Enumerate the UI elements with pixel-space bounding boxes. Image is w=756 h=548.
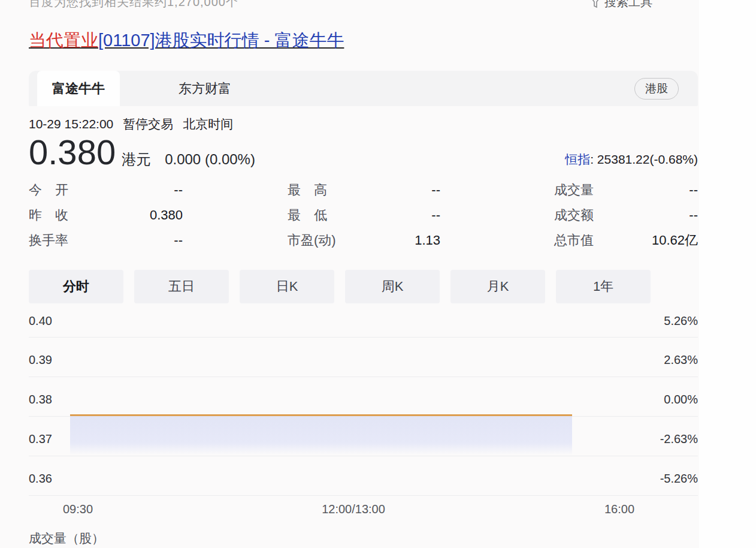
y-axis-price-tick: 0.37 (29, 432, 71, 446)
hang-seng-index-value: : 25381.22(-0.68%) (590, 152, 698, 166)
stat-label: 成交量 (554, 177, 594, 203)
quote-status: 暂停交易 (123, 117, 173, 131)
quote-source-tabbar: 富途牛牛 东方财富 港股 (29, 71, 698, 106)
period-tab-daily-k[interactable]: 日K (240, 270, 334, 303)
hang-seng-index-link[interactable]: 恒指 (565, 152, 590, 166)
tab-eastmoney[interactable]: 东方财富 (179, 71, 231, 106)
intraday-chart[interactable]: 0.40 0.39 0.38 0.37 0.36 5.26% 2.63% 0.0… (0, 309, 756, 519)
stat-label: 最 低 (288, 203, 327, 228)
search-tools-label: 搜索工具 (604, 0, 652, 10)
stat-row-turnover-rate: 换手率 -- (29, 228, 183, 253)
x-axis-tick-open: 09:30 (63, 502, 93, 516)
result-title-link[interactable]: 当代置业[01107]港股实时行情 - 富途牛牛 (29, 29, 344, 53)
price-currency: 港元 (122, 150, 150, 169)
stat-value: -- (689, 203, 698, 228)
stat-value: -- (174, 177, 183, 203)
y-axis-price-tick: 0.36 (29, 472, 71, 486)
stat-row-low: 最 低 -- (288, 203, 440, 228)
price-area-fill (70, 416, 572, 454)
quote-timezone: 北京时间 (183, 117, 233, 131)
stats-column-2: 最 高 -- 最 低 -- 市盈(动) 1.13 (288, 177, 440, 253)
stat-label: 昨 收 (29, 203, 68, 228)
period-tab-monthly-k[interactable]: 月K (450, 270, 545, 303)
y-axis-percent-tick: 0.00% (664, 393, 698, 407)
filter-funnel-icon (590, 0, 601, 8)
chart-period-tabs: 分时 五日 日K 周K 月K 1年 (29, 270, 651, 303)
market-badge: 港股 (634, 78, 679, 100)
stat-value: 10.62亿 (652, 228, 698, 253)
result-title-rest: [01107]港股实时行情 - 富途牛牛 (98, 31, 344, 50)
gridline (29, 337, 698, 338)
stat-label: 成交额 (554, 203, 594, 228)
stat-row-volume: 成交量 -- (554, 177, 698, 203)
stat-row-amount: 成交额 -- (554, 203, 698, 228)
gridline (29, 377, 698, 377)
search-tools-button[interactable]: 搜索工具 (590, 0, 652, 10)
x-axis-tick-midday: 12:00/13:00 (312, 502, 395, 516)
stat-value: 0.380 (150, 203, 183, 228)
x-axis-tick-close: 16:00 (595, 502, 643, 516)
period-tab-5day[interactable]: 五日 (134, 270, 229, 303)
stat-value: -- (174, 228, 183, 253)
price-row: 0.380 港元 0.000 (0.00%) (29, 133, 255, 171)
stat-value: -- (689, 177, 698, 203)
stat-row-open: 今 开 -- (29, 177, 183, 203)
price-change: 0.000 (0.00%) (165, 151, 255, 168)
period-tab-weekly-k[interactable]: 周K (345, 270, 440, 303)
stat-label: 换手率 (29, 228, 68, 253)
stat-row-pe-ratio: 市盈(动) 1.13 (288, 228, 440, 253)
stat-label: 最 高 (288, 177, 327, 203)
gridline (29, 495, 698, 496)
quote-time-row: 10-29 15:22:00暂停交易北京时间 (29, 116, 243, 133)
y-axis-percent-tick: -2.63% (660, 432, 698, 446)
stat-row-market-cap: 总市值 10.62亿 (554, 228, 698, 253)
stat-value: 1.13 (415, 228, 440, 253)
y-axis-percent-tick: 5.26% (664, 314, 698, 328)
tab-futu-niuniu[interactable]: 富途牛牛 (37, 71, 120, 106)
y-axis-price-tick: 0.40 (29, 314, 71, 328)
stats-column-1: 今 开 -- 昨 收 0.380 换手率 -- (29, 177, 183, 253)
period-tab-intraday[interactable]: 分时 (29, 270, 123, 303)
gridline (29, 456, 698, 456)
stat-label: 市盈(动) (288, 228, 336, 253)
stat-label: 今 开 (29, 177, 68, 203)
y-axis-percent-tick: 2.63% (664, 353, 698, 367)
hang-seng-index-row: 恒指: 25381.22(-0.68%) (565, 151, 698, 168)
stat-value: -- (431, 177, 440, 203)
quote-datetime: 10-29 15:22:00 (29, 117, 113, 131)
volume-section-label: 成交量（股） (29, 530, 104, 547)
y-axis-percent-tick: -5.26% (660, 472, 698, 486)
price-line (70, 414, 572, 416)
results-header: 百度为您找到相关结果约1,270,000个 搜索工具 (0, 0, 756, 12)
stat-label: 总市值 (554, 228, 594, 253)
results-summary: 百度为您找到相关结果约1,270,000个 (29, 0, 238, 10)
current-price: 0.380 (29, 133, 116, 171)
y-axis-price-tick: 0.39 (29, 353, 71, 367)
stats-column-3: 成交量 -- 成交额 -- 总市值 10.62亿 (554, 177, 698, 253)
stat-value: -- (431, 203, 440, 228)
result-title-highlight: 当代置业 (29, 31, 98, 50)
stat-row-high: 最 高 -- (288, 177, 440, 203)
y-axis-price-tick: 0.38 (29, 393, 71, 407)
period-tab-1year[interactable]: 1年 (556, 270, 651, 303)
baidu-search-result-page: 百度为您找到相关结果约1,270,000个 搜索工具 当代置业[01107]港股… (0, 0, 756, 548)
stat-row-prev-close: 昨 收 0.380 (29, 203, 183, 228)
